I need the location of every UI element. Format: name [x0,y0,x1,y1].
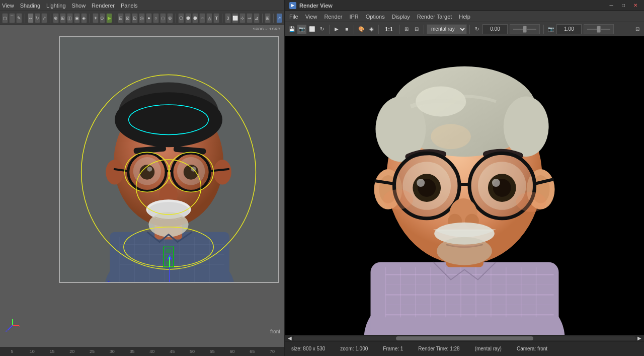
camera-value: front [537,346,547,351]
render-sphere-icon[interactable]: ◉ [367,25,376,34]
joint-btn[interactable]: ⊹ [239,13,246,23]
extra-btn-2[interactable]: ⊠ [125,13,131,23]
rotate-tool-btn[interactable]: ↻ [35,13,41,23]
menu-shading[interactable]: Shading [20,3,40,9]
snap-btn[interactable]: ⊕ [53,13,59,23]
render-menu-options[interactable]: Options [366,14,385,20]
subdiv-btn[interactable]: ⬣ [192,13,198,23]
scene-btn[interactable]: ⬜ [232,13,238,23]
extra-btn-3[interactable]: ⊡ [132,13,138,23]
curve-btn[interactable]: ⌓ [199,13,205,23]
render-11-label[interactable]: 1:1 [381,25,396,34]
render-cycle-icon[interactable]: ↻ [472,25,481,34]
3d-btn[interactable]: 3 [225,13,231,23]
toolbar-sep-6 [222,14,222,23]
extra-btn-1[interactable]: ⊟ [118,13,124,23]
close-btn[interactable]: ✕ [631,1,640,10]
render-zoom-input[interactable] [556,24,582,34]
minimize-btn[interactable]: ─ [607,1,616,10]
menu-view[interactable]: View [2,3,14,9]
move-tool-btn[interactable]: ↔ [28,13,34,23]
ik-btn[interactable]: ⊸ [247,13,253,23]
scrollbar-thumb[interactable] [396,336,533,340]
poly-btn[interactable]: ⬡ [178,13,184,23]
viewport-3d[interactable]: 1600 x 1060 [0,25,284,347]
text-btn[interactable]: T [213,13,219,23]
frame-label: Frame: [383,346,399,351]
svg-point-34 [148,212,188,237]
toolbar-sep-4 [115,14,115,23]
render-view-icon2[interactable]: ⊞ [402,25,411,34]
tick-35: 35 [122,349,142,354]
frame-value: 1 [400,346,404,351]
render-view-icon: ▶ [289,2,296,9]
svg-text:Z: Z [6,329,8,332]
svg-text:X: X [19,324,20,327]
render-frame-status: Frame: 1 [383,346,403,351]
renderer-dropdown[interactable]: mental ray [427,24,467,34]
menu-lighting[interactable]: Lighting [46,3,66,9]
paint-tool-btn[interactable]: ✎ [16,13,22,23]
checker-btn[interactable]: ⊞ [265,13,271,23]
render-view-area[interactable] [285,36,644,335]
extra-btn-6[interactable]: ○ [153,13,159,23]
nurbs-btn[interactable]: ⬢ [185,13,191,23]
render-toolbar-sep-6 [469,25,470,34]
extra-btn-7[interactable]: ◌ [160,13,166,23]
render-menu-view[interactable]: View [305,14,317,20]
svg-rect-47 [166,261,172,265]
extra-btn-4[interactable]: ◎ [139,13,145,23]
render-menu-file[interactable]: File [289,14,298,20]
extra-btn-5[interactable]: ● [146,13,152,23]
axes-indicator: X Y Z [5,318,20,333]
render-menu-bar: File View Render IPR Options Display Ren… [285,11,644,22]
extra-btn-8[interactable]: ⊛ [167,13,173,23]
texture-btn[interactable]: ◈ [81,13,87,23]
misc-btn[interactable]: ↗ [276,13,282,23]
render-scrollbar[interactable]: ◀ ▶ [285,335,644,341]
render-photo-icon[interactable]: 📷 [297,25,306,34]
tick-45: 45 [162,349,182,354]
renderer-status: (mental ray) [475,346,502,351]
scrollbar-track[interactable] [293,336,636,340]
menu-renderer[interactable]: Renderer [92,3,115,9]
render-menu-display[interactable]: Display [392,14,410,20]
camera-btn[interactable]: ⊙ [100,13,106,23]
render-stop-icon[interactable]: ■ [342,25,351,34]
scale-tool-btn[interactable]: ⤢ [41,13,47,23]
render-toolbar-sep-1 [329,25,330,34]
render-menu-help[interactable]: Help [459,14,470,20]
light-btn[interactable]: ☀ [93,13,99,23]
svg-point-90 [504,96,549,157]
render-compare-icon[interactable]: ⊟ [412,25,421,34]
render-color-icon[interactable]: 🎨 [357,25,366,34]
render-time-status: Render Time: 1:28 [418,346,459,351]
constraint-btn[interactable]: ⊿ [254,13,260,23]
render-play-icon[interactable]: ▶ [332,25,341,34]
render-save-icon[interactable]: 💾 [287,25,296,34]
render-menu-ipr[interactable]: IPR [349,14,358,20]
render-menu-render[interactable]: Render [324,14,342,20]
toolbar-sep-5 [176,14,176,23]
menu-panels[interactable]: Panels [121,3,138,9]
render-title-bar: ▶ Render View ─ □ ✕ [285,0,644,11]
render-btn[interactable]: ▶ [106,13,112,23]
menu-show[interactable]: Show [72,3,86,9]
svg-point-111 [516,192,546,212]
render-value-input[interactable] [482,24,508,34]
render-refresh-icon[interactable]: ↻ [317,25,327,34]
toolbar-sep-2 [50,14,50,23]
select-tool-btn[interactable]: ◻ [2,13,8,23]
render-extra-icon[interactable]: ⊡ [633,25,642,34]
viewport-toolbar: ◻ ⌒ ✎ ↔ ↻ ⤢ ⊕ ⊞ ◫ ◉ ◈ ☀ ⊙ ▶ ⊟ ⊠ ⊡ ◎ ● ○ … [0,11,284,25]
smooth-btn[interactable]: ◉ [74,13,80,23]
lasso-tool-btn[interactable]: ⌒ [9,13,15,23]
tick-60: 60 [222,349,243,354]
render-menu-target[interactable]: Render Target [417,14,452,20]
wireframe-btn[interactable]: ◫ [67,13,73,23]
render-frame-icon[interactable]: ⬜ [307,25,316,34]
render-camera-icon[interactable]: 📷 [546,25,555,34]
grid-btn[interactable]: ⊞ [60,13,66,23]
deform-btn[interactable]: ◬ [206,13,212,23]
maximize-btn[interactable]: □ [619,1,628,10]
